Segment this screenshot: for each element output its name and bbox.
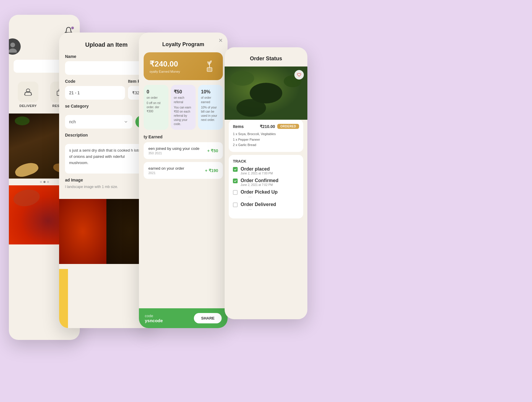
track-item-placed: Order placed June 2, 2021 at 7:00 PM xyxy=(233,166,299,175)
svg-point-1 xyxy=(9,48,17,53)
benefit2-title: ₹50 xyxy=(174,88,193,95)
benefit1-title: 0 xyxy=(147,88,166,95)
track-pickup-name: Order Picked Up xyxy=(241,189,278,195)
loyalty-header: Loyalty Program xyxy=(139,33,228,52)
screen-order-status: Order Status Items ₹210.00 ORDERED 1 x S… xyxy=(225,47,307,319)
loyalty-item-referral: een joined by using your code 350 2021 +… xyxy=(144,142,223,159)
delivery-icon-box xyxy=(18,82,38,102)
loyalty-item-referral-text: een joined by using your code 350 2021 xyxy=(148,146,200,155)
benefit3-label: of order earned xyxy=(201,95,220,104)
delivery-icon xyxy=(23,87,33,97)
upload-title: Upload an Item xyxy=(65,41,148,48)
avatar-icon xyxy=(9,41,19,53)
loyalty-item-order-text: earned on your order 2021 xyxy=(148,166,184,175)
track-label: TRACK xyxy=(233,159,299,163)
share-button[interactable]: SHARE xyxy=(194,313,222,323)
items-label: Items xyxy=(233,124,244,129)
order-sub: 2021 xyxy=(148,171,184,175)
order-food-photo xyxy=(225,67,307,120)
chevron-down-icon xyxy=(124,119,128,124)
code-label: code xyxy=(145,314,163,318)
order-item-3: 2 x Garlic Bread xyxy=(233,142,299,148)
earned-section-title: ty Earned xyxy=(139,134,228,142)
benefit2-label: on each referral xyxy=(174,95,193,104)
track-item-confirmed: Order Confirmed June 2, 2021 at 7:02 PM xyxy=(233,178,299,187)
referral-earned: + ₹50 xyxy=(207,148,218,153)
referral-main: een joined by using your code xyxy=(148,146,200,151)
track-pickup-dash: — xyxy=(248,195,278,199)
benefit-card-order: 0 on order 0 off on rst order. der ₹300 xyxy=(144,85,168,130)
order-item-2: 1 x Pepper Paneer xyxy=(233,137,299,142)
track-card: TRACK Order placed June 2, 2021 at 7:00 … xyxy=(229,155,303,218)
track-item-delivered: Order Delivered — xyxy=(233,202,299,211)
track-pickup-text: Order Picked Up — xyxy=(241,189,278,199)
benefit-card-referral: ₹50 on each referral You can earn ₹50 on… xyxy=(171,85,196,130)
code-value: ysncode xyxy=(145,318,163,323)
description-text[interactable]: s just a semi dry dish that is cooked h … xyxy=(65,144,148,174)
delivery-nav[interactable]: DELIVERY xyxy=(18,82,38,108)
food-image-bottom-1 xyxy=(59,199,106,264)
category-select[interactable]: nch xyxy=(65,115,132,129)
track-confirmed-time: June 2, 2021 at 7:02 PM xyxy=(241,183,278,187)
code-label: Code xyxy=(65,79,125,84)
loyalty-amount: ₹240.00 xyxy=(150,59,180,69)
code-input[interactable] xyxy=(65,86,125,100)
svg-point-0 xyxy=(10,43,15,47)
track-confirmed-text: Order Confirmed June 2, 2021 at 7:02 PM xyxy=(241,178,278,187)
track-placed-time: June 2, 2021 at 7:00 PM xyxy=(241,172,273,175)
benefit-card-percent: 10% of order earned 10% of your bill can… xyxy=(198,85,223,130)
checkmark-icon-2 xyxy=(234,179,237,182)
name-label: Name xyxy=(65,54,148,59)
order-price: ₹210.00 xyxy=(260,124,275,129)
share-footer: code ysncode SHARE xyxy=(139,308,228,328)
description-label: Description xyxy=(65,133,148,137)
loyalty-balance-info: ₹240.00 oyalty Earned Money xyxy=(150,59,180,73)
dot-1 xyxy=(40,181,42,183)
yellow-accent xyxy=(59,269,68,328)
dot-2 xyxy=(43,181,46,183)
order-status-badge: ORDERED xyxy=(277,124,299,129)
name-input[interactable] xyxy=(65,61,148,75)
checkmark-icon xyxy=(234,168,237,171)
order-detail-header: Items ₹210.00 ORDERED xyxy=(233,124,299,129)
upload-hint: l landscape image with 1 mb size. xyxy=(65,185,148,189)
loyalty-balance-card: ₹240.00 oyalty Earned Money xyxy=(144,52,223,80)
price-badge-row: ₹210.00 ORDERED xyxy=(260,124,299,129)
order-status-title: Order Status xyxy=(231,56,301,62)
order-detail-card: Items ₹210.00 ORDERED 1 x Soya, Broccoli… xyxy=(229,120,303,152)
benefit3-title: 10% xyxy=(201,88,220,95)
order-item-1: 1 x Soya, Broccoli, Vegitables xyxy=(233,131,299,137)
heart-icon-order xyxy=(297,73,301,77)
track-delivered-text: Order Delivered — xyxy=(241,202,276,211)
benefit3-desc: 10% of your bill can be used in your nex… xyxy=(201,106,220,122)
check-placed xyxy=(233,167,238,172)
loyalty-subtitle: oyalty Earned Money xyxy=(150,70,180,73)
close-button[interactable]: ✕ xyxy=(218,37,223,44)
benefit1-desc: 0 off on rst order. der ₹300 xyxy=(147,101,166,114)
check-pickup-empty xyxy=(233,190,238,195)
category-label: se Category xyxy=(65,104,148,108)
track-delivered-name: Order Delivered xyxy=(241,202,276,207)
track-item-pickup: Order Picked Up — xyxy=(233,189,299,199)
check-confirmed xyxy=(233,179,238,183)
track-delivered-dash: — xyxy=(248,207,276,211)
dot-3 xyxy=(47,181,49,183)
track-placed-text: Order placed June 2, 2021 at 7:00 PM xyxy=(241,166,273,175)
screen-loyalty: ✕ Loyalty Program ₹240.00 oyalty Earned … xyxy=(139,33,228,328)
order-status-header: Order Status xyxy=(225,47,307,67)
favorite-order-button[interactable] xyxy=(294,70,304,80)
plant-icon xyxy=(202,58,217,74)
loyalty-title: Loyalty Program xyxy=(145,41,222,48)
order-earned: + ₹190 xyxy=(205,168,218,173)
plant-svg xyxy=(202,58,217,73)
order-main: earned on your order xyxy=(148,166,184,171)
check-delivered-empty xyxy=(233,202,238,207)
upload-label: ad Image xyxy=(65,178,148,182)
benefit-cards: 0 on order 0 off on rst order. der ₹300 … xyxy=(139,85,228,134)
track-placed-name: Order placed xyxy=(241,166,273,172)
benefit1-label: on order xyxy=(147,95,166,100)
svg-rect-7 xyxy=(207,68,212,72)
benefit2-desc: You can earn ₹50 on each referral by usi… xyxy=(174,106,193,126)
notification-dot xyxy=(71,27,74,29)
referral-sub: 350 2021 xyxy=(148,151,200,155)
